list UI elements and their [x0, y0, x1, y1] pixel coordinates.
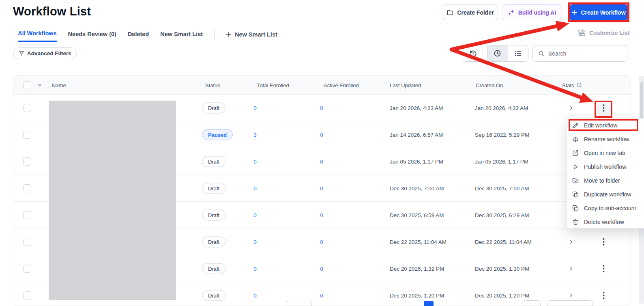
redacted-name-column: [49, 101, 176, 300]
status-badge: Draft: [202, 236, 225, 247]
active-enrolled-link[interactable]: 0: [305, 185, 338, 191]
new-smart-list-button[interactable]: New Smart List: [226, 31, 277, 38]
total-enrolled-link[interactable]: 3: [239, 131, 271, 138]
customize-list-button[interactable]: Customize List: [577, 29, 630, 37]
row-actions-icon[interactable]: [596, 238, 611, 246]
highlight-row-actions: [595, 101, 612, 118]
history-icon: [469, 50, 477, 57]
funnel-icon: [19, 51, 24, 56]
menu-item-duplicate-workflow[interactable]: Duplicate workflow: [567, 187, 644, 201]
total-enrolled-link[interactable]: 0: [239, 265, 271, 272]
chevron-down-icon[interactable]: [37, 82, 43, 88]
active-enrolled-link[interactable]: 0: [305, 158, 338, 164]
column-active-enrolled: Active Enrolled: [324, 82, 359, 88]
active-enrolled-link[interactable]: 0: [305, 131, 338, 138]
created-on-value: Dec 20 2025, 1:20 PM: [475, 292, 529, 298]
status-badge: Draft: [202, 290, 225, 301]
search-input[interactable]: [548, 50, 622, 57]
last-updated-value: Jan 20 2026, 4:33 AM: [390, 105, 443, 111]
menu-item-delete-workflow[interactable]: Delete workflow: [567, 215, 644, 229]
row-checkbox[interactable]: [23, 157, 31, 166]
stats-label: Stats: [562, 82, 574, 88]
list-icon: [514, 50, 522, 57]
total-enrolled-link[interactable]: 0: [239, 212, 271, 218]
tab-bar: All Workflows Needs Review (0) Deleted N…: [13, 27, 631, 42]
tab-new-smart-list[interactable]: New Smart List: [160, 27, 203, 42]
pagination-prev-button[interactable]: [286, 300, 312, 306]
row-checkbox[interactable]: [23, 291, 31, 300]
duplicate-icon: [572, 191, 579, 198]
total-enrolled-link[interactable]: 0: [239, 292, 271, 298]
total-enrolled-link[interactable]: 0: [239, 185, 271, 191]
menu-item-copy-to-sub-account[interactable]: Copy to sub-account: [567, 201, 644, 215]
total-enrolled-link[interactable]: 0: [239, 239, 271, 245]
menu-item-publish-workflow[interactable]: Publish workflow: [567, 160, 644, 174]
row-checkbox[interactable]: [23, 104, 31, 112]
row-actions-menu: Edit workflow Rename workflow Open in ne…: [567, 118, 644, 228]
pagination-next-button[interactable]: [547, 300, 593, 306]
build-using-ai-label: Build using AI: [518, 9, 556, 16]
row-checkbox[interactable]: [23, 131, 31, 139]
tab-deleted[interactable]: Deleted: [128, 27, 149, 42]
row-checkbox[interactable]: [23, 211, 31, 219]
menu-item-label: Delete workflow: [584, 219, 624, 225]
recent-view-button[interactable]: [487, 45, 508, 61]
row-checkbox[interactable]: [23, 265, 31, 273]
expand-stats-icon[interactable]: [568, 239, 574, 245]
status-badge: Draft: [202, 156, 225, 167]
row-actions-icon[interactable]: [596, 291, 611, 299]
row-checkbox[interactable]: [23, 238, 31, 246]
last-updated-value: Dec 20 2025, 1:20 PM: [390, 292, 444, 298]
select-all-checkbox[interactable]: [23, 81, 31, 89]
customize-list-label: Customize List: [589, 30, 630, 36]
active-enrolled-link[interactable]: 0: [305, 105, 338, 111]
row-actions-icon[interactable]: [596, 265, 611, 272]
last-updated-value: Dec 30 2025, 7:00 AM: [390, 185, 444, 191]
last-updated-value: Jan 14 2026, 6:57 AM: [390, 131, 443, 138]
column-created-on: Created On: [476, 82, 503, 88]
expand-stats-icon[interactable]: [568, 105, 574, 111]
status-badge: Paused: [202, 129, 233, 140]
tab-needs-review[interactable]: Needs Review (0): [68, 27, 116, 42]
menu-item-label: Copy to sub-account: [584, 205, 636, 211]
folder-icon: [447, 9, 453, 16]
tab-all-workflows[interactable]: All Workflows: [18, 27, 57, 42]
active-enrolled-link[interactable]: 0: [305, 265, 338, 272]
last-updated-value: Dec 22 2025, 11:04 AM: [390, 239, 447, 245]
last-updated-value: Dec 30 2025, 6:59 AM: [390, 212, 444, 218]
menu-item-open-in-new-tab[interactable]: Open in new tab: [567, 146, 644, 160]
column-last-updated: Last Updated: [390, 82, 421, 88]
total-enrolled-link[interactable]: 0: [239, 105, 271, 111]
menu-item-label: Duplicate workflow: [584, 191, 631, 198]
row-checkbox[interactable]: [23, 184, 31, 192]
create-folder-button[interactable]: Create Folder: [443, 4, 498, 20]
active-enrolled-link[interactable]: 0: [305, 212, 338, 218]
advanced-filters-button[interactable]: Advanced Filters: [13, 47, 77, 59]
build-using-ai-button[interactable]: Build using AI: [502, 4, 562, 20]
tab-divider: [214, 30, 215, 39]
menu-item-label: Publish workflow: [584, 164, 626, 170]
list-view-button[interactable]: [508, 45, 528, 61]
pagination-button[interactable]: [522, 300, 541, 306]
total-enrolled-link[interactable]: 0: [239, 158, 271, 164]
history-button[interactable]: [463, 45, 483, 62]
active-enrolled-link[interactable]: 0: [305, 239, 338, 245]
status-badge: Draft: [202, 102, 225, 113]
last-updated-value: Jan 05 2026, 1:17 PM: [390, 158, 443, 164]
menu-item-rename-workflow[interactable]: Rename workflow: [567, 132, 644, 146]
status-badge: Draft: [202, 183, 225, 194]
create-folder-label: Create Folder: [457, 9, 494, 16]
expand-stats-icon[interactable]: [568, 292, 574, 298]
column-stats: Stats: [562, 82, 582, 88]
expand-stats-icon[interactable]: [568, 265, 574, 272]
search-box: [532, 45, 627, 62]
menu-item-move-to-folder[interactable]: Move to folder: [567, 174, 644, 187]
column-total-enrolled: Total Enrolled: [257, 82, 289, 88]
active-enrolled-link[interactable]: 0: [305, 292, 338, 298]
pagination-page-1-button[interactable]: [424, 301, 434, 306]
plus-icon: [226, 32, 232, 37]
created-on-value: Sep 16 2022, 5:29 PM: [475, 131, 529, 138]
new-smart-list-label: New Smart List: [235, 31, 277, 38]
search-icon: [538, 50, 545, 57]
column-status: Status: [205, 82, 220, 88]
